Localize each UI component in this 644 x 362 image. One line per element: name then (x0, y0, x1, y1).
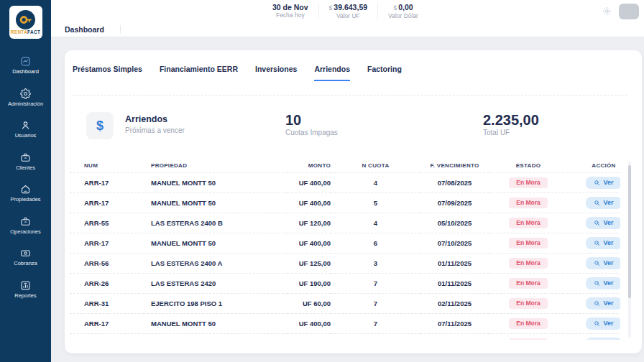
ver-button[interactable]: Ver (586, 277, 620, 289)
summary-title: Arriendos (125, 114, 185, 125)
home-icon (20, 184, 31, 195)
ver-button[interactable]: Ver (586, 217, 620, 229)
column-header-propiedad: PROPIEDAD (144, 158, 288, 173)
cell-num: ARR-17 (70, 314, 144, 334)
ver-button[interactable]: Ver (586, 237, 620, 249)
magnifier-icon (594, 240, 600, 246)
status-badge: En Mora (509, 278, 548, 289)
sidebar-item-label: Propiedades (10, 197, 40, 203)
table-row: ARR-17 MANUEL MONTT 50 UF 400,00 4 07/08… (70, 173, 620, 193)
cell-propiedad: LAS ESTERAS 2420 (144, 274, 288, 294)
cell-monto: UF 400,00 (288, 233, 331, 254)
arriendos-table: NUMPROPIEDADMONTON CUOTAF. VENCIMIENTOES… (70, 158, 620, 340)
user-icon (20, 120, 31, 131)
sidebar-item-administracion[interactable]: Administración (0, 88, 51, 107)
status-badge: En Mora (509, 338, 548, 340)
report-icon (20, 280, 31, 291)
cell-cuota: 4 (331, 173, 420, 193)
cell-cuota: 7 (331, 314, 420, 334)
brand-name: RENTAFACT (11, 30, 40, 34)
cell-num: ARR-31 (70, 294, 144, 314)
user-menu-button[interactable] (619, 4, 639, 19)
ver-button[interactable]: Ver (586, 177, 620, 189)
cell-num: ARR-17 (70, 173, 144, 193)
brand-logo: RENTAFACT (9, 6, 42, 39)
cell-propiedad: MANUEL MONTT 50 (144, 314, 288, 334)
gear-icon (20, 88, 31, 99)
ver-button[interactable]: Ver (586, 197, 620, 209)
cell-monto: UF 400,00 (288, 193, 331, 213)
cell-cuota: 5 (331, 193, 420, 213)
column-header-accion: ACCIÓN (568, 158, 620, 173)
ver-button[interactable]: Ver (586, 317, 620, 330)
stat-value: 30 de Nov (272, 3, 308, 11)
stat-label: Cuotas Impagas (285, 129, 338, 136)
table-container: NUMPROPIEDADMONTON CUOTAF. VENCIMIENTOES… (70, 158, 620, 340)
sidebar-item-label: Usuarios (15, 133, 37, 139)
cell-cuota: 7 (331, 274, 420, 294)
briefcase-icon (20, 216, 31, 227)
sidebar-item-propiedades[interactable]: Propiedades (0, 184, 51, 203)
stat-value: 10 (285, 112, 338, 128)
status-badge: En Mora (509, 177, 548, 189)
status-badge: En Mora (509, 318, 548, 330)
scrollbar-track[interactable] (628, 162, 631, 338)
sun-theme-icon[interactable] (602, 6, 612, 16)
cell-propiedad: EJERCITO 198 PISO 1 (144, 294, 288, 314)
scrollbar-thumb[interactable] (628, 165, 631, 298)
sidebar-item-cobranza[interactable]: Cobranza (0, 248, 51, 266)
tab-inversiones[interactable]: Inversiones (255, 65, 297, 81)
currency-prefix: $ (329, 4, 333, 11)
ver-button[interactable]: Ver (586, 297, 620, 310)
ver-button[interactable]: Ver (586, 338, 620, 340)
cell-monto: UF 400,00 (288, 173, 331, 193)
table-row: ARR-17 MANUEL MONTT 50 UF 400,00 6 07/10… (70, 233, 620, 254)
tab-bar: Préstamos SimplesFinanciamiento EERRInve… (73, 65, 402, 81)
header-stats: 30 de Nov Fecha hoy $39.643,59 Valor UF … (262, 0, 428, 22)
dashboard-icon (20, 56, 31, 67)
tab-prestamos-simples[interactable]: Préstamos Simples (73, 65, 142, 81)
header-stat-fecha-hoy: 30 de Nov Fecha hoy (262, 3, 318, 19)
status-badge: En Mora (509, 238, 548, 249)
cell-cuota: 4 (331, 213, 420, 233)
stat-label: Valor Dólar (388, 12, 418, 19)
breadcrumb-divider (120, 25, 121, 34)
sidebar-item-label: Cobranza (14, 261, 37, 266)
column-header-n-cuota: N CUOTA (331, 158, 420, 173)
sidebar-nav: Dashboard Administración Usuarios Client… (0, 56, 51, 298)
magnifier-icon (594, 180, 600, 186)
status-badge: En Mora (509, 198, 548, 209)
divider (72, 95, 627, 96)
sidebar-item-dashboard[interactable]: Dashboard (0, 56, 51, 75)
cell-num: ARR-55 (70, 213, 144, 233)
header-stat-valor-uf: $39.643,59 Valor UF (318, 3, 377, 19)
tab-arriendos[interactable]: Arriendos (314, 65, 350, 81)
magnifier-icon (594, 280, 600, 287)
magnifier-icon (594, 200, 600, 206)
table-row: ARR-55 LAS ESTERAS 2400 B UF 120,00 4 05… (70, 213, 620, 233)
sidebar-item-usuarios[interactable]: Usuarios (0, 120, 51, 139)
status-badge: En Mora (509, 258, 548, 269)
cell-monto: UF 125,00 (288, 254, 331, 274)
sidebar-item-label: Dashboard (12, 69, 39, 75)
breadcrumb[interactable]: Dashboard (65, 25, 104, 34)
stat-value: $39.643,59 (329, 3, 367, 12)
sidebar-item-reportes[interactable]: Reportes (0, 280, 51, 299)
ver-button[interactable]: Ver (586, 257, 620, 269)
cell-vencimiento: 07/10/2025 (420, 233, 489, 254)
sidebar: RENTAFACT Dashboard Administración Usuar… (0, 0, 51, 362)
sidebar-item-operaciones[interactable]: Operaciones (0, 216, 51, 235)
tab-factoring[interactable]: Factoring (367, 65, 402, 81)
table-row: ARR-17 MANUEL MONTT 50 UF 400,00 7 07/11… (70, 314, 620, 334)
tab-financiamiento-eerr[interactable]: Financiamiento EERR (160, 65, 238, 81)
sidebar-item-clientes[interactable]: Clientes (0, 152, 51, 171)
cell-monto: UF 120,00 (288, 213, 331, 233)
cell-vencimiento: 01/11/2025 (420, 274, 489, 294)
stat-label: Fecha hoy (272, 11, 308, 19)
cell-num: ARR-56 (70, 254, 144, 274)
summary-text: Arriendos Próximas a vencer (125, 114, 185, 134)
header-stat-valor-dolar: $0,00 Valor Dólar (377, 3, 428, 19)
magnifier-icon (594, 220, 600, 226)
cell-vencimiento: 07/11/2025 (420, 314, 489, 334)
column-header-num: NUM (70, 158, 144, 173)
